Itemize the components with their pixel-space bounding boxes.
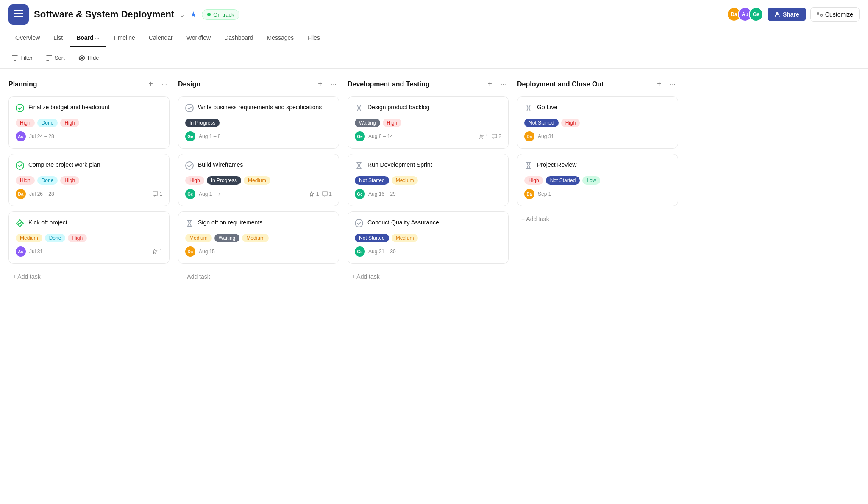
card-footer: Da Aug 15 [185, 246, 332, 257]
card-card-3[interactable]: Kick off project MediumDoneHigh Au Jul 3… [8, 211, 170, 264]
card-card-7[interactable]: Design product backlog WaitingHigh Ge Au… [348, 96, 509, 149]
card-tags: HighDoneHigh [16, 176, 162, 185]
share-button[interactable]: Share [768, 8, 806, 21]
svg-rect-4 [817, 13, 819, 14]
comments-count: 1 [322, 191, 332, 197]
add-task-button-planning[interactable]: + Add task [8, 269, 170, 284]
tab-overview[interactable]: Overview [8, 29, 47, 47]
menu-button[interactable] [8, 4, 29, 25]
card-header: Sign off on requirements [185, 219, 332, 230]
avatar-ge[interactable]: Ge [749, 7, 763, 22]
card-card-8[interactable]: Run Development Sprint Not StartedMedium… [348, 154, 509, 206]
column-header-design: Design + ··· [178, 79, 339, 89]
card-meta: 1 [153, 191, 162, 197]
column-title-planning: Planning [8, 80, 142, 88]
card-header: Go Live [524, 103, 671, 114]
filter-button[interactable]: Filter [8, 53, 36, 63]
card-date: Aug 1 – 7 [199, 191, 306, 197]
likes-count: 1 [309, 191, 319, 197]
card-card-9[interactable]: Conduct Quality Assurance Not StartedMed… [348, 211, 509, 264]
tab-dashboard[interactable]: Dashboard [217, 29, 260, 47]
tag-medium: Medium [392, 234, 418, 242]
card-card-1[interactable]: Finalize budget and headcount HighDoneHi… [8, 96, 170, 149]
toolbar: Filter Sort Hide ··· [0, 47, 868, 69]
card-tags: MediumDoneHigh [16, 234, 162, 242]
tag-high: High [524, 176, 543, 185]
card-date: Aug 16 – 29 [368, 191, 498, 197]
card-avatar: Ge [185, 131, 195, 141]
title-dropdown-icon[interactable]: ⌄ [179, 11, 185, 19]
card-title: Write business requirements and specific… [198, 103, 322, 112]
likes-count: 1 [479, 133, 489, 139]
column-more-button-planning[interactable]: ··· [159, 80, 170, 89]
svg-rect-1 [14, 13, 23, 14]
avatars-group: Da Au Ge [727, 7, 763, 22]
column-add-button-planning[interactable]: + [146, 79, 156, 89]
card-card-6[interactable]: Sign off on requirements MediumWaitingMe… [178, 211, 339, 264]
card-title: Kick off project [28, 219, 67, 227]
svg-point-3 [776, 12, 778, 14]
tag-done: Done [37, 176, 58, 185]
tag-waiting: Waiting [355, 119, 380, 127]
svg-point-9 [16, 162, 24, 169]
card-card-11[interactable]: Project Review HighNot StartedLow Da Sep… [517, 154, 678, 206]
card-card-10[interactable]: Go Live Not StartedHigh Da Aug 31 [517, 96, 678, 149]
tab-list[interactable]: List [47, 29, 70, 47]
tab-calendar[interactable]: Calendar [142, 29, 180, 47]
tag-low: Low [582, 176, 600, 185]
card-card-5[interactable]: Build Wireframes HighIn ProgressMedium G… [178, 154, 339, 206]
card-title: Go Live [537, 103, 557, 112]
likes-count: 1 [153, 249, 162, 255]
favorite-icon[interactable]: ★ [190, 10, 197, 19]
tag-not-started: Not Started [355, 234, 389, 242]
sort-button[interactable]: Sort [43, 53, 68, 63]
column-more-button-deployment[interactable]: ··· [668, 80, 678, 89]
card-header: Write business requirements and specific… [185, 103, 332, 114]
toolbar-more-button[interactable]: ··· [846, 52, 860, 64]
add-task-button-dev-testing[interactable]: + Add task [348, 269, 509, 284]
card-status-icon [185, 219, 194, 230]
tab-messages[interactable]: Messages [260, 29, 301, 47]
card-date: Jul 26 – 28 [29, 191, 149, 197]
hide-button[interactable]: Hide [75, 53, 103, 63]
column-add-button-deployment[interactable]: + [654, 79, 664, 89]
card-card-2[interactable]: Complete project work plan HighDoneHigh … [8, 154, 170, 206]
column-more-button-design[interactable]: ··· [328, 80, 339, 89]
card-date: Aug 15 [199, 249, 328, 255]
column-title-dev-testing: Development and Testing [348, 80, 481, 88]
add-task-button-design[interactable]: + Add task [178, 269, 339, 284]
card-footer: Ge Aug 1 – 7 11 [185, 189, 332, 199]
sort-label: Sort [55, 55, 65, 61]
column-more-button-dev-testing[interactable]: ··· [498, 80, 509, 89]
card-meta: 1 [153, 249, 162, 255]
tag-high: High [16, 176, 35, 185]
add-task-button-deployment[interactable]: + Add task [517, 211, 678, 227]
column-add-button-dev-testing[interactable]: + [485, 79, 495, 89]
card-card-4[interactable]: Write business requirements and specific… [178, 96, 339, 149]
svg-rect-2 [14, 16, 23, 17]
column-deployment: Deployment and Close Out + ··· Go Live N… [517, 79, 678, 495]
tag-medium: Medium [16, 234, 42, 242]
tag-high: High [68, 234, 87, 242]
tag-done: Done [45, 234, 66, 242]
tab-workflow[interactable]: Workflow [180, 29, 217, 47]
tab-timeline[interactable]: Timeline [106, 29, 142, 47]
card-avatar: Ge [355, 246, 365, 257]
column-add-button-design[interactable]: + [315, 79, 325, 89]
customize-button[interactable]: Customize [810, 7, 860, 22]
card-tags: HighIn ProgressMedium [185, 176, 332, 185]
svg-point-11 [186, 162, 193, 169]
card-header: Run Development Sprint [355, 161, 501, 172]
tab-board[interactable]: Board ··· [70, 29, 106, 47]
filter-label: Filter [20, 55, 33, 61]
card-footer: Ge Aug 8 – 14 12 [355, 131, 501, 141]
card-tags: Not StartedMedium [355, 176, 501, 185]
project-title: Software & System Deployment [34, 9, 174, 20]
tag-in-progress: In Progress [185, 119, 220, 127]
card-tags: HighDoneHigh [16, 119, 162, 127]
card-avatar: Au [16, 131, 26, 141]
tab-files[interactable]: Files [300, 29, 327, 47]
card-status-icon [355, 219, 363, 230]
tag-high: High [60, 119, 79, 127]
nav-tabs: Overview List Board ··· Timeline Calenda… [0, 29, 868, 47]
